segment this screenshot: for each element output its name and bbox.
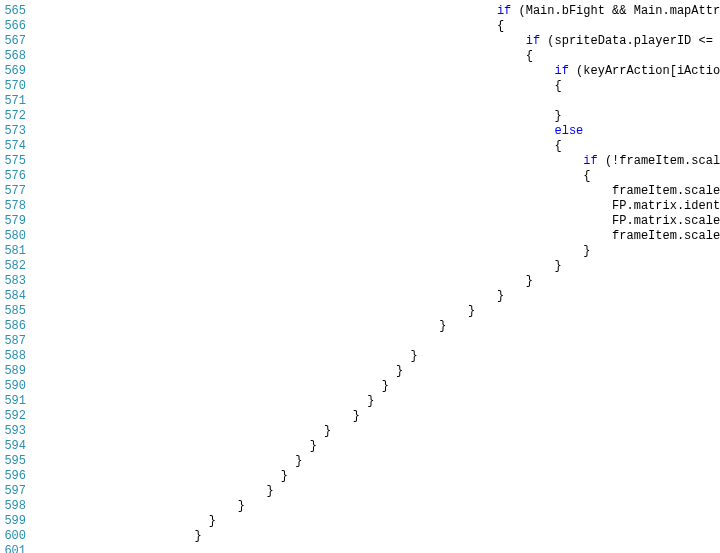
code-line: frameItem.scalesource = ne bbox=[36, 184, 720, 199]
code-line: } bbox=[36, 319, 720, 334]
line-number: 598 bbox=[0, 499, 26, 514]
line-number: 596 bbox=[0, 469, 26, 484]
line-number: 573 bbox=[0, 124, 26, 139]
code-line: FP.matrix.scale(0.5, 0.5); bbox=[36, 214, 720, 229]
line-number: 570 bbox=[0, 79, 26, 94]
line-number: 593 bbox=[0, 424, 26, 439]
code-line: FP.matrix.identity(); bbox=[36, 199, 720, 214]
line-number: 579 bbox=[0, 214, 26, 229]
line-number: 586 bbox=[0, 319, 26, 334]
line-number: 572 bbox=[0, 109, 26, 124]
line-number: 566 bbox=[0, 19, 26, 34]
line-number: 591 bbox=[0, 394, 26, 409]
code-line: else bbox=[36, 124, 720, 139]
line-number: 565 bbox=[0, 4, 26, 19]
code-line: if (spriteData.playerID <= 10) bbox=[36, 34, 720, 49]
line-number: 575 bbox=[0, 154, 26, 169]
keyword-token: else bbox=[554, 124, 583, 138]
code-line: } bbox=[36, 259, 720, 274]
keyword-token: if bbox=[583, 154, 605, 168]
code-line bbox=[36, 544, 720, 553]
line-number: 601 bbox=[0, 544, 26, 553]
keyword-token: if bbox=[526, 34, 548, 48]
code-line: { bbox=[36, 19, 720, 34]
line-number: 569 bbox=[0, 64, 26, 79]
code-line: } bbox=[36, 364, 720, 379]
code-line: { bbox=[36, 49, 720, 64]
code-line: } bbox=[36, 349, 720, 364]
code-editor-viewport: 5655665675685695705715725735745755765775… bbox=[0, 0, 720, 553]
line-number: 592 bbox=[0, 409, 26, 424]
code-line: } bbox=[36, 439, 720, 454]
line-number: 571 bbox=[0, 94, 26, 109]
line-number: 580 bbox=[0, 229, 26, 244]
code-line: } bbox=[36, 514, 720, 529]
code-line: } bbox=[36, 109, 720, 124]
line-number: 576 bbox=[0, 169, 26, 184]
line-number: 590 bbox=[0, 379, 26, 394]
line-number: 567 bbox=[0, 34, 26, 49]
code-line: if (keyArrAction[iActionActive] == bbox=[36, 64, 720, 79]
code-line: } bbox=[36, 274, 720, 289]
line-number: 588 bbox=[0, 349, 26, 364]
keyword-token: if bbox=[497, 4, 519, 18]
line-number: 594 bbox=[0, 439, 26, 454]
code-line bbox=[36, 94, 720, 109]
code-line: } bbox=[36, 379, 720, 394]
code-line: { bbox=[36, 79, 720, 94]
code-line: { bbox=[36, 169, 720, 184]
code-line: } bbox=[36, 499, 720, 514]
code-line: } bbox=[36, 484, 720, 499]
code-line: } bbox=[36, 304, 720, 319]
code-line: } bbox=[36, 394, 720, 409]
line-number-gutter: 5655665675685695705715725735745755765775… bbox=[0, 4, 30, 553]
line-number: 589 bbox=[0, 364, 26, 379]
line-number: 585 bbox=[0, 304, 26, 319]
code-line: } bbox=[36, 409, 720, 424]
line-number: 587 bbox=[0, 334, 26, 349]
code-line bbox=[36, 334, 720, 349]
line-number: 599 bbox=[0, 514, 26, 529]
line-number: 577 bbox=[0, 184, 26, 199]
line-number: 574 bbox=[0, 139, 26, 154]
line-number: 597 bbox=[0, 484, 26, 499]
line-number: 600 bbox=[0, 529, 26, 544]
line-number: 584 bbox=[0, 289, 26, 304]
line-number: 578 bbox=[0, 199, 26, 214]
code-line: if (!frameItem.scalesource) bbox=[36, 154, 720, 169]
line-number: 583 bbox=[0, 274, 26, 289]
code-line: } bbox=[36, 424, 720, 439]
code-area: if (Main.bFight && Main.mapAttribute == … bbox=[30, 4, 720, 553]
line-number: 582 bbox=[0, 259, 26, 274]
code-line: } bbox=[36, 244, 720, 259]
code-line: } bbox=[36, 454, 720, 469]
code-line: } bbox=[36, 469, 720, 484]
line-number: 568 bbox=[0, 49, 26, 64]
code-line: } bbox=[36, 529, 720, 544]
line-number: 595 bbox=[0, 454, 26, 469]
keyword-token: if bbox=[554, 64, 576, 78]
code-line: } bbox=[36, 289, 720, 304]
code-line: frameItem.scalesource.draw bbox=[36, 229, 720, 244]
line-number: 581 bbox=[0, 244, 26, 259]
code-line: { bbox=[36, 139, 720, 154]
code-line: if (Main.bFight && Main.mapAttribute == … bbox=[36, 4, 720, 19]
